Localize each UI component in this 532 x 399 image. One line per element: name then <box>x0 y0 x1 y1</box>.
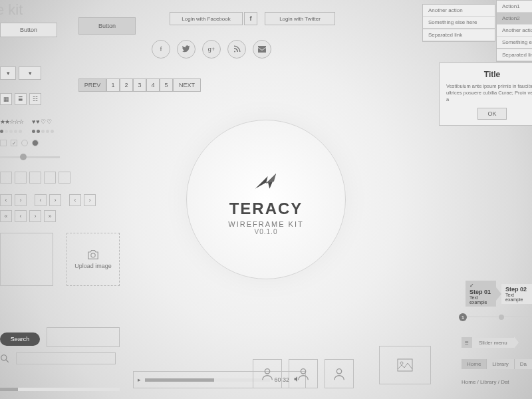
play-icon[interactable]: ▸ <box>138 376 141 383</box>
star-rating[interactable]: ★★☆☆☆ <box>0 118 23 125</box>
box-5[interactable] <box>59 172 70 184</box>
step-dot-2[interactable] <box>499 315 504 320</box>
facebook-icon-button[interactable]: f <box>244 12 257 25</box>
breadcrumb-item[interactable]: Library <box>487 359 514 369</box>
twitter-circle-icon[interactable] <box>177 40 196 59</box>
checkbox-unchecked[interactable] <box>0 140 7 146</box>
brand-name: TERACY <box>229 200 303 218</box>
player-progress-fill <box>145 378 214 382</box>
avatar-placeholder-3 <box>325 359 354 388</box>
camera-icon <box>86 249 100 260</box>
slider-thumb[interactable] <box>20 154 27 160</box>
box-2[interactable] <box>15 172 27 184</box>
breadcrumb-item[interactable]: Da <box>515 359 532 369</box>
box-3[interactable] <box>29 172 41 184</box>
pagination-3[interactable]: 3 <box>133 78 146 92</box>
pagination-prev[interactable]: PREV <box>78 78 106 92</box>
player-progress[interactable] <box>145 378 270 382</box>
radio-checked[interactable] <box>32 140 39 146</box>
search-icon[interactable] <box>0 354 9 364</box>
upload-image-dropzone[interactable]: Upload image <box>66 233 120 286</box>
heart-rating[interactable]: ♥♥♡♡ <box>32 118 53 125</box>
arrow-first-icon[interactable]: « <box>0 210 12 222</box>
step-2[interactable]: Step 02 Text example <box>501 284 532 304</box>
dropdown-item-separated[interactable]: Separated link <box>423 29 495 41</box>
login-twitter-button[interactable]: Login with Twitter <box>265 12 335 25</box>
progress-bar <box>0 388 120 391</box>
dropdown-item[interactable]: Another action <box>497 25 532 37</box>
search-pill-button[interactable]: Search <box>0 332 40 346</box>
arrow-right-icon[interactable]: › <box>49 194 61 206</box>
facebook-icon: f <box>160 46 162 53</box>
dot-indicator-1[interactable] <box>0 128 23 134</box>
pagination-2[interactable]: 2 <box>120 78 133 92</box>
list-view-icon[interactable]: ≣ <box>15 93 27 105</box>
slider-menu-bar[interactable]: ≡ Slider menu <box>462 336 519 348</box>
box-4[interactable] <box>44 172 56 184</box>
arrow-right-icon[interactable]: › <box>29 210 41 222</box>
pagination-next[interactable]: NEXT <box>173 78 201 92</box>
chevron-down-icon: ▾ <box>29 70 32 76</box>
dialog-title: Title <box>446 70 532 79</box>
box-1[interactable] <box>0 172 12 184</box>
dropdown-item-selected[interactable]: Action2 <box>497 13 532 25</box>
facebook-circle-icon[interactable]: f <box>152 40 170 59</box>
dropdown-item[interactable]: Something else here <box>423 17 495 29</box>
progress-fill <box>0 388 18 391</box>
mail-circle-icon[interactable] <box>253 40 271 59</box>
arrow-left-icon[interactable]: ‹ <box>15 210 27 222</box>
dropdown-mini-2[interactable]: ▾ <box>19 66 41 80</box>
button-a[interactable]: Button <box>0 23 57 37</box>
arrow-group-3: ‹ › <box>69 194 96 206</box>
menu-icon: ≡ <box>462 337 472 348</box>
arrow-group-4: « ‹ › » <box>0 210 56 222</box>
dot-indicator-2[interactable] <box>32 128 55 134</box>
breadcrumb-text[interactable]: Home / Library / Dat <box>462 379 509 385</box>
svg-line-2 <box>6 360 9 362</box>
dropdown-item[interactable]: Another action <box>423 5 495 17</box>
arrow-left-icon[interactable]: ‹ <box>69 194 81 206</box>
step-1-title: Step 01 <box>469 289 491 295</box>
googleplus-circle-icon[interactable]: g+ <box>202 40 221 59</box>
checkbox-checked[interactable]: ✓ <box>11 140 17 146</box>
arrow-right-icon[interactable]: › <box>15 194 27 206</box>
dropdown-mini-1[interactable]: ▾ <box>0 66 16 80</box>
arrow-right-icon[interactable]: › <box>84 194 96 206</box>
dropdown-menu-2[interactable]: Action1 Action2 Another action Something… <box>496 0 532 62</box>
svg-point-0 <box>91 253 95 257</box>
breadcrumb-item[interactable]: Home <box>462 359 487 369</box>
detail-view-icon[interactable]: ☷ <box>29 93 41 105</box>
pagination-1[interactable]: 1 <box>106 78 120 92</box>
image-icon <box>397 358 413 372</box>
pagination-5[interactable]: 5 <box>160 78 173 92</box>
chevron-right-icon <box>514 336 519 348</box>
dropdown-item[interactable]: Something else <box>497 37 532 49</box>
radio-unchecked[interactable] <box>21 140 28 146</box>
login-facebook-button[interactable]: Login with Facebook <box>170 12 243 25</box>
slider[interactable] <box>0 156 60 158</box>
pagination-prev-label: PREV <box>84 82 101 88</box>
svg-rect-6 <box>398 359 412 371</box>
dialog-ok-label: OK <box>487 110 496 117</box>
search-field[interactable] <box>16 352 116 364</box>
search-label: Search <box>11 336 30 342</box>
dropdown-menu-1[interactable]: Another action Something else here Separ… <box>422 4 495 42</box>
grid-view-icon[interactable]: ▦ <box>0 93 12 105</box>
button-b-label: Button <box>98 23 116 29</box>
arrow-group-2: ‹ › <box>35 194 61 206</box>
arrow-last-icon[interactable]: » <box>44 210 56 222</box>
arrow-left-icon[interactable]: ‹ <box>35 194 47 206</box>
dropdown-item[interactable]: Action1 <box>497 1 532 13</box>
dropdown-item-separated[interactable]: Separated link <box>497 49 532 61</box>
step-dot-1[interactable]: 1 <box>459 313 467 321</box>
step-1[interactable]: Step 01 Text example <box>466 281 496 307</box>
brand-badge: TERACY WIREFRAME KIT V0.1.0 <box>186 120 346 279</box>
search-input[interactable] <box>47 327 120 347</box>
rss-circle-icon[interactable] <box>227 40 246 59</box>
dialog-ok-button[interactable]: OK <box>477 108 507 120</box>
button-b[interactable]: Button <box>78 17 136 35</box>
brand-version: V0.1.0 <box>255 228 278 235</box>
pagination-4[interactable]: 4 <box>146 78 160 92</box>
step-indicator-line: 1 <box>462 317 532 317</box>
arrow-left-icon[interactable]: ‹ <box>0 194 12 206</box>
